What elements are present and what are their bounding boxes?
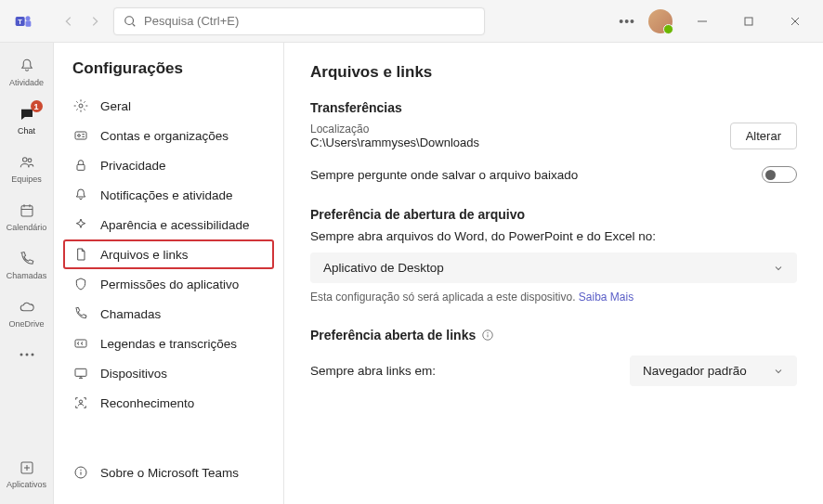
chevron-down-icon (773, 366, 784, 377)
info-icon[interactable] (481, 329, 494, 342)
nav-accounts[interactable]: Contas e organizações (63, 121, 274, 150)
monitor-icon (72, 365, 89, 381)
ask-save-toggle[interactable] (762, 166, 797, 183)
nav-label: Contas e organizações (100, 129, 229, 143)
rail-label: OneDrive (8, 319, 44, 329)
chevron-down-icon (773, 263, 784, 274)
links-open-desc: Sempre abra links em: (310, 364, 436, 378)
svg-point-1 (26, 16, 31, 20)
title-bar: T ••• (0, 0, 823, 43)
calendar-icon (17, 200, 37, 221)
close-button[interactable] (778, 8, 812, 34)
nav-files-links[interactable]: Arquivos e links (63, 239, 274, 269)
app-rail: Atividade 1 Chat Equipes Calendário Cham… (0, 43, 54, 504)
gear-icon (72, 97, 89, 114)
back-button[interactable] (56, 8, 82, 34)
nav-label: Privacidade (100, 159, 166, 173)
rail-teams[interactable]: Equipes (0, 145, 54, 191)
settings-content: Arquivos e links Transferências Localiza… (284, 43, 823, 504)
rail-more[interactable] (0, 338, 54, 371)
rail-chat[interactable]: 1 Chat (0, 97, 54, 143)
nav-privacy[interactable]: Privacidade (63, 150, 274, 180)
more-icon (17, 344, 37, 365)
learn-more-link[interactable]: Saiba Mais (579, 291, 634, 304)
maximize-button[interactable] (732, 8, 765, 34)
rail-label: Chat (18, 126, 35, 136)
sparkle-icon (72, 216, 89, 233)
ask-save-label: Sempre pergunte onde salvar o arquivo ba… (310, 168, 578, 182)
downloads-section: Transferências Localização C:\Users\ramm… (310, 100, 797, 183)
svg-point-35 (80, 470, 81, 471)
id-icon (72, 127, 89, 144)
nav-label: Aparência e acessibilidade (100, 218, 250, 232)
nav-label: Legendas e transcrições (100, 337, 237, 351)
links-open-select[interactable]: Navegador padrão (630, 355, 797, 386)
links-open-title: Preferência aberta de links (310, 328, 476, 342)
teams-app-icon: T (13, 11, 33, 32)
nav-label: Reconhecimento (100, 396, 194, 410)
nav-label: Dispositivos (100, 367, 167, 381)
rail-apps[interactable]: Aplicativos (0, 450, 54, 497)
svg-point-18 (31, 354, 33, 356)
file-open-select[interactable]: Aplicativo de Desktop (310, 252, 797, 283)
nav-label: Notificações e atividade (100, 188, 233, 202)
svg-rect-28 (75, 340, 86, 347)
rail-label: Chamadas (7, 271, 47, 280)
settings-nav: Configurações Geral Contas e organizaçõe… (54, 43, 284, 504)
bell-icon (17, 56, 37, 76)
lock-icon (72, 157, 89, 174)
nav-devices[interactable]: Dispositivos (63, 358, 274, 388)
person-scan-icon (72, 394, 89, 411)
svg-rect-7 (745, 18, 752, 25)
location-path: C:\Users\rammyses\Downloads (310, 136, 479, 149)
search-box[interactable] (113, 7, 485, 35)
svg-point-10 (22, 158, 27, 162)
nav-captions[interactable]: Legendas e transcrições (63, 329, 274, 358)
more-options-button[interactable]: ••• (619, 14, 635, 29)
forward-button[interactable] (82, 8, 108, 34)
page-title: Arquivos e links (310, 63, 797, 82)
rail-label: Calendário (7, 223, 47, 232)
nav-label: Arquivos e links (100, 248, 189, 262)
nav-permissions[interactable]: Permissões do aplicativo (63, 269, 274, 299)
search-input[interactable] (144, 14, 475, 28)
nav-about[interactable]: Sobre o Microsoft Teams (63, 458, 274, 487)
svg-rect-29 (75, 368, 86, 376)
nav-appearance[interactable]: Aparência e acessibilidade (63, 210, 274, 239)
phone-icon (17, 249, 37, 269)
nav-recognition[interactable]: Reconhecimento (63, 388, 274, 418)
nav-label: Permissões do aplicativo (100, 278, 239, 291)
svg-point-17 (25, 354, 28, 356)
svg-rect-2 (26, 20, 32, 27)
file-icon (72, 246, 89, 263)
rail-calendar[interactable]: Calendário (0, 193, 54, 239)
rail-activity[interactable]: Atividade (0, 48, 54, 95)
rail-calls[interactable]: Chamadas (0, 241, 54, 288)
nav-general[interactable]: Geral (63, 91, 274, 121)
change-location-button[interactable]: Alterar (730, 123, 797, 149)
cloud-icon (17, 297, 37, 317)
svg-point-32 (79, 400, 82, 403)
rail-label: Aplicativos (7, 480, 46, 489)
minimize-button[interactable] (686, 8, 719, 34)
file-open-section: Preferência de abertura de arquivo Sempr… (310, 207, 797, 304)
file-open-desc: Sempre abra arquivos do Word, do PowerPo… (310, 229, 797, 243)
svg-point-11 (28, 159, 32, 162)
svg-point-24 (78, 135, 81, 137)
nav-label: Chamadas (100, 307, 161, 321)
rail-onedrive[interactable]: OneDrive (0, 290, 54, 336)
nav-notifications[interactable]: Notificações e atividade (63, 180, 274, 210)
rail-label: Atividade (9, 78, 44, 87)
bell-icon (72, 187, 89, 203)
svg-rect-23 (75, 132, 86, 139)
shield-icon (72, 276, 89, 292)
apps-icon (17, 458, 37, 478)
svg-point-22 (79, 104, 83, 108)
people-icon (17, 152, 37, 173)
cc-icon (72, 335, 89, 352)
svg-point-16 (20, 354, 22, 356)
file-open-title: Preferência de abertura de arquivo (310, 207, 797, 222)
nav-calls[interactable]: Chamadas (63, 299, 274, 329)
select-value: Navegador padrão (643, 364, 747, 378)
user-avatar[interactable] (648, 9, 673, 33)
